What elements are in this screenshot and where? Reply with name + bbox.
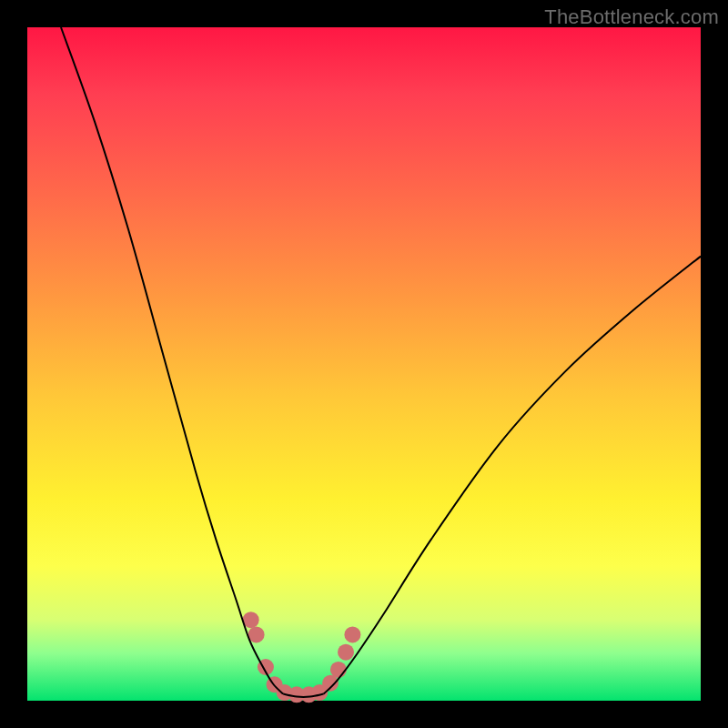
left-curve — [61, 27, 283, 694]
valley-dots-group — [243, 612, 361, 703]
plot-area — [27, 27, 701, 701]
chart-svg — [27, 27, 701, 701]
valley-dot — [344, 626, 360, 642]
chart-frame: TheBottleneck.com — [0, 0, 728, 728]
valley-dot — [338, 644, 354, 661]
valley-dot — [330, 662, 347, 678]
right-curve — [324, 257, 701, 694]
watermark-text: TheBottleneck.com — [544, 5, 719, 29]
